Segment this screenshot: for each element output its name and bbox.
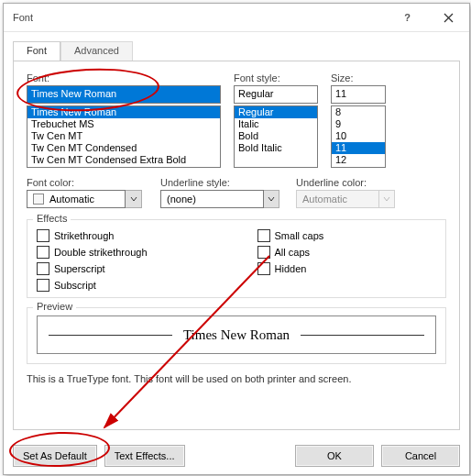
underline-value: (none) [167,194,196,205]
close-icon [444,13,454,23]
font-label: Font: [27,72,221,83]
effects-group: Effects Strikethrough Double strikethrou… [27,219,446,298]
font-note: This is a TrueType font. This font will … [27,373,446,384]
list-item[interactable]: 8 [332,106,385,118]
preview-text: Times New Roman [183,327,290,343]
close-button[interactable] [428,4,469,31]
size-input[interactable]: 11 [331,85,386,104]
chevron-down-icon [379,190,395,208]
tab-pane: Font: Times New Roman Times New Roman Tr… [13,61,460,430]
chk-hidden[interactable]: Hidden [257,262,324,275]
underline-label: Underline style: [160,177,279,188]
list-item[interactable]: Regular [235,106,317,118]
color-label: Font color: [27,177,144,188]
list-item[interactable]: 12 [332,154,385,166]
size-list[interactable]: 8 9 10 11 12 [331,105,386,168]
preview-rule [301,335,424,336]
tabs: Font Advanced [13,40,460,61]
chevron-down-icon [264,190,279,208]
font-dialog: Font ? Font Advanced Font: Times New Rom… [3,3,470,475]
underline-dropdown[interactable]: (none) [160,190,279,208]
chk-double-strikethrough[interactable]: Double strikethrough [37,246,148,259]
set-default-button[interactable]: Set As Default [13,445,97,467]
cancel-button[interactable]: Cancel [381,445,460,467]
list-item[interactable]: Tw Cen MT Condensed [27,142,220,154]
list-item[interactable]: Tw Cen MT [27,130,220,142]
list-item[interactable]: 11 [332,142,385,154]
chk-small-caps[interactable]: Small caps [257,229,324,242]
text-effects-button[interactable]: Text Effects... [104,445,185,467]
list-item[interactable]: Trebuchet MS [27,118,220,130]
ucolor-dropdown: Automatic [296,190,395,208]
font-input[interactable]: Times New Roman [27,85,221,104]
effects-label: Effects [33,213,71,224]
style-input[interactable]: Regular [234,85,318,104]
style-list[interactable]: Regular Italic Bold Bold Italic [234,105,318,168]
chk-superscript[interactable]: Superscript [37,262,148,275]
help-button[interactable]: ? [387,4,428,31]
chk-subscript[interactable]: Subscript [37,279,148,292]
swatch-icon [33,194,44,205]
titlebar: Font ? [4,4,469,32]
ucolor-value: Automatic [302,194,347,205]
list-item[interactable]: Italic [235,118,317,130]
chk-strikethrough[interactable]: Strikethrough [37,229,148,242]
style-label: Font style: [234,72,318,83]
tab-font[interactable]: Font [13,41,60,61]
preview-group: Preview Times New Roman [27,307,446,364]
ucolor-label: Underline color: [296,177,395,188]
chevron-down-icon [126,190,142,208]
list-item[interactable]: Times New Roman [27,106,220,118]
color-dropdown[interactable]: Automatic [27,190,144,208]
ok-button[interactable]: OK [295,445,374,467]
dialog-title: Font [13,12,387,23]
size-label: Size: [331,72,386,83]
list-item[interactable]: 10 [332,130,385,142]
list-item[interactable]: Tw Cen MT Condensed Extra Bold [27,154,220,166]
list-item[interactable]: 9 [332,118,385,130]
dialog-footer: Set As Default Text Effects... OK Cancel [13,445,460,467]
preview-rule [49,335,172,336]
chk-all-caps[interactable]: All caps [257,246,324,259]
tab-advanced[interactable]: Advanced [60,41,133,61]
preview-label: Preview [33,301,76,312]
color-value: Automatic [49,194,94,205]
list-item[interactable]: Bold Italic [235,142,317,154]
list-item[interactable]: Bold [235,130,317,142]
font-list[interactable]: Times New Roman Trebuchet MS Tw Cen MT T… [27,105,221,168]
